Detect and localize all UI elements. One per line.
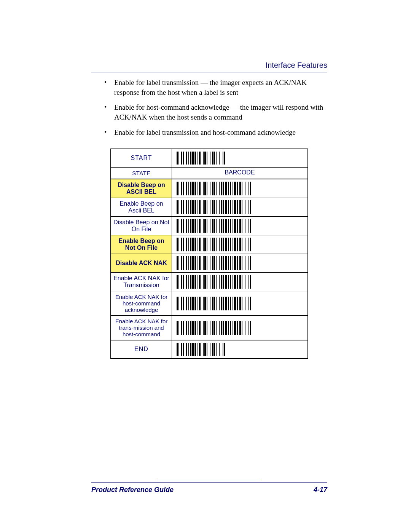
table-row: Disable Beep on Not On File — [111, 217, 307, 235]
footer-ornament-rule — [158, 480, 261, 480]
table-row: Enable ACK NAK for host-command acknowle… — [111, 291, 307, 316]
header-rule — [91, 72, 327, 72]
barcode-cell — [172, 179, 307, 198]
barcode-icon — [177, 256, 251, 270]
document-page: Interface Features Enable for label tran… — [0, 0, 411, 532]
state-label: Disable Beep on Not On File — [111, 217, 172, 235]
state-label: Enable ACK NAK for Transmission — [111, 273, 172, 291]
barcode-icon — [177, 152, 225, 165]
section-title: Interface Features — [91, 61, 327, 70]
state-header: STATE — [111, 168, 172, 179]
state-label: Disable Beep on ASCII BEL — [111, 179, 172, 198]
barcode-icon — [177, 200, 251, 214]
barcode-header: BARCODE — [172, 168, 307, 179]
table-row: Enable ACK NAK for Transmission — [111, 273, 307, 291]
state-label: Enable ACK NAK for trans-mission and hos… — [111, 316, 172, 340]
barcode-icon — [177, 182, 251, 195]
table-row: Enable Beep on Ascii BEL — [111, 198, 307, 217]
table-row: Enable ACK NAK for trans-mission and hos… — [111, 316, 307, 340]
start-label: START — [111, 149, 172, 167]
footer-rule — [91, 482, 327, 483]
footer-right: 4-17 — [314, 486, 327, 494]
barcode-cell — [172, 340, 307, 358]
bullet-list: Enable for label transmission — the imag… — [91, 78, 327, 137]
state-label: Enable Beep on Ascii BEL — [111, 198, 172, 216]
table-header-row: STATE BARCODE — [111, 168, 307, 179]
barcode-icon — [177, 343, 225, 356]
footer-left: Product Reference Guide — [91, 486, 174, 494]
bullet-item: Enable for host-command acknowledge — th… — [114, 102, 327, 122]
state-label: Disable ACK NAK — [111, 254, 172, 272]
bullet-item: Enable for label transmission and host-c… — [114, 128, 327, 137]
table-row: Disable Beep on ASCII BEL — [111, 179, 307, 198]
barcode-icon — [177, 238, 251, 251]
barcode-icon — [177, 275, 251, 289]
barcode-cell — [172, 217, 307, 235]
barcode-icon — [177, 297, 251, 310]
end-label: END — [111, 340, 172, 358]
state-label: Enable Beep on Not On File — [111, 235, 172, 254]
start-row: START — [111, 149, 307, 168]
state-label: Enable ACK NAK for host-command acknowle… — [111, 291, 172, 315]
barcode-cell — [172, 235, 307, 254]
table-row: Disable ACK NAK — [111, 254, 307, 273]
barcode-table: START STATE BARCODE Disable Beep on ASCI… — [110, 149, 308, 359]
barcode-icon — [177, 219, 251, 233]
page-footer: Product Reference Guide 4-17 — [91, 480, 327, 494]
barcode-cell — [172, 291, 307, 315]
barcode-cell — [172, 198, 307, 216]
barcode-cell — [172, 316, 307, 340]
barcode-icon — [177, 321, 251, 335]
barcode-cell — [172, 149, 307, 167]
bullet-item: Enable for label transmission — the imag… — [114, 78, 327, 97]
barcode-cell — [172, 273, 307, 291]
barcode-cell — [172, 254, 307, 272]
end-row: END — [111, 340, 307, 358]
table-row: Enable Beep on Not On File — [111, 235, 307, 254]
